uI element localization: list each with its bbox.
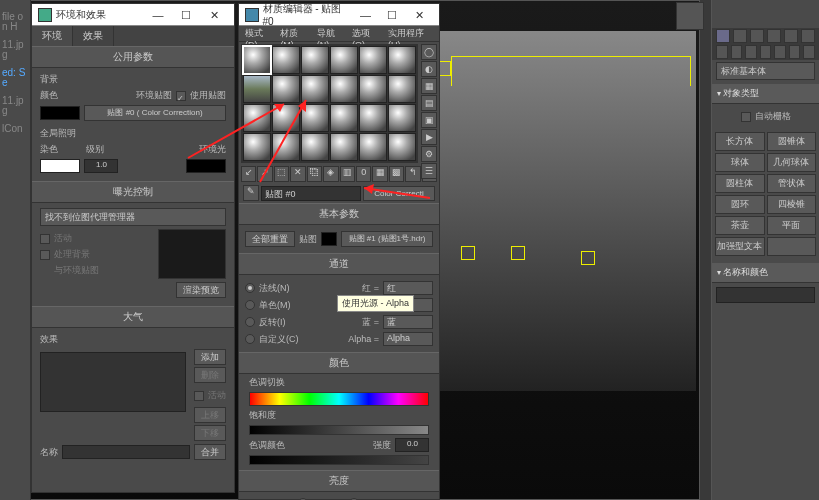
tab-environment[interactable]: 环境 — [32, 26, 73, 46]
rollout-atmosphere[interactable]: 大气 — [32, 306, 234, 328]
effect-active-checkbox[interactable] — [194, 391, 204, 401]
textplus-button[interactable]: 加强型文本 — [715, 237, 765, 256]
display-tab-icon[interactable] — [784, 29, 798, 43]
hierarchy-tab-icon[interactable] — [750, 29, 764, 43]
material-slot[interactable] — [272, 104, 300, 132]
menu-utilities[interactable]: 实用程序(U) — [385, 26, 436, 41]
get-material-icon[interactable]: ↙ — [241, 166, 256, 182]
gizmo-handle[interactable] — [581, 251, 595, 265]
systems-icon[interactable] — [803, 45, 815, 59]
effects-list[interactable] — [40, 352, 186, 412]
window-titlebar[interactable]: 材质编辑器 - 贴图 #0 — ☐ ✕ — [239, 4, 439, 26]
torus-button[interactable]: 圆环 — [715, 195, 765, 214]
viewcube[interactable] — [676, 2, 704, 30]
teapot-button[interactable]: 茶壶 — [715, 216, 765, 235]
material-slot[interactable] — [243, 75, 271, 103]
material-slot[interactable] — [272, 46, 300, 74]
material-slot[interactable] — [243, 133, 271, 161]
spacewarps-icon[interactable] — [789, 45, 801, 59]
saturation-slider[interactable] — [249, 425, 429, 435]
material-id-icon[interactable]: 0 — [356, 166, 371, 182]
tab-effects[interactable]: 效果 — [73, 26, 114, 46]
rollout-name-color[interactable]: 名称和颜色 — [712, 263, 819, 283]
custom-radio[interactable] — [245, 334, 255, 344]
video-check-icon[interactable]: ▣ — [421, 112, 437, 128]
material-slot[interactable] — [388, 133, 416, 161]
render-preview-button[interactable]: 渲染预览 — [176, 282, 226, 298]
create-tab-icon[interactable] — [716, 29, 730, 43]
geometry-icon[interactable] — [716, 45, 728, 59]
cylinder-button[interactable]: 圆柱体 — [715, 174, 765, 193]
material-slot[interactable] — [301, 46, 329, 74]
gizmo-handle[interactable] — [461, 246, 475, 260]
uv-tiling-icon[interactable]: ▤ — [421, 95, 437, 111]
show-map-icon[interactable]: ▦ — [372, 166, 387, 182]
motion-tab-icon[interactable] — [767, 29, 781, 43]
copy-icon[interactable]: ⿻ — [307, 166, 322, 182]
rollout-color[interactable]: 颜色 — [239, 352, 439, 374]
plane-button[interactable]: 平面 — [767, 216, 817, 235]
background-icon[interactable]: ▦ — [421, 78, 437, 94]
exposure-dropdown[interactable]: 找不到位图代理管理器 — [40, 208, 226, 226]
material-slot[interactable] — [359, 133, 387, 161]
envmap-button[interactable]: 贴图 #0 ( Color Correction) — [84, 105, 226, 121]
r-dropdown[interactable]: 红 — [383, 281, 433, 295]
material-slot[interactable] — [330, 46, 358, 74]
level-spinner[interactable]: 1.0 — [84, 159, 118, 173]
menu-options[interactable]: 选项(O) — [349, 26, 384, 41]
geosphere-button[interactable]: 几何球体 — [767, 153, 817, 172]
pyramid-button[interactable]: 四棱锥 — [767, 195, 817, 214]
maximize-button[interactable]: ☐ — [379, 5, 406, 25]
map-color-swatch[interactable] — [321, 232, 337, 246]
helpers-icon[interactable] — [774, 45, 786, 59]
active-checkbox[interactable] — [40, 234, 50, 244]
reset-all-button[interactable]: 全部重置 — [245, 231, 295, 247]
material-slot[interactable] — [388, 75, 416, 103]
b-dropdown[interactable]: 蓝 — [383, 315, 433, 329]
material-slot[interactable] — [330, 133, 358, 161]
movedown-button[interactable]: 下移 — [194, 425, 226, 441]
material-slot[interactable] — [359, 104, 387, 132]
material-slot[interactable] — [359, 46, 387, 74]
material-slot[interactable] — [359, 75, 387, 103]
object-name-field[interactable] — [716, 287, 815, 303]
rollout-lightness[interactable]: 亮度 — [239, 470, 439, 492]
menu-material[interactable]: 材质(M) — [277, 26, 312, 41]
material-slot-0[interactable] — [243, 46, 271, 74]
modify-tab-icon[interactable] — [733, 29, 747, 43]
window-titlebar[interactable]: 环境和效果 — ☐ ✕ — [32, 4, 234, 26]
add-button[interactable]: 添加 — [194, 349, 226, 365]
file-thumb[interactable]: 11.jpg — [2, 96, 28, 116]
merge-button[interactable]: 合并 — [194, 444, 226, 460]
delete-button[interactable]: 删除 — [194, 367, 226, 383]
preview-icon[interactable]: ▶ — [421, 129, 437, 145]
backlight-icon[interactable]: ◐ — [421, 61, 437, 77]
assign-icon[interactable]: ⬚ — [274, 166, 289, 182]
menu-modes[interactable]: 模式(D) — [242, 26, 276, 41]
mono-radio[interactable] — [245, 300, 255, 310]
tube-button[interactable]: 管状体 — [767, 174, 817, 193]
material-slot[interactable] — [272, 75, 300, 103]
reset-icon[interactable]: ✕ — [290, 166, 305, 182]
rollout-common-params[interactable]: 公用参数 — [32, 46, 234, 68]
select-icon[interactable]: ☰ — [421, 163, 437, 179]
gizmo-handle[interactable] — [511, 246, 525, 260]
pick-icon[interactable]: ✎ — [243, 185, 259, 201]
go-parent-icon[interactable]: ↰ — [405, 166, 420, 182]
hue-color-slider[interactable] — [249, 455, 429, 465]
put-library-icon[interactable]: ▥ — [340, 166, 355, 182]
moveup-button[interactable]: 上移 — [194, 407, 226, 423]
material-slot[interactable] — [388, 104, 416, 132]
a-dropdown[interactable]: Alpha — [383, 332, 433, 346]
autogrid-checkbox[interactable] — [741, 112, 751, 122]
material-slot[interactable] — [388, 46, 416, 74]
lights-icon[interactable] — [745, 45, 757, 59]
options-icon[interactable]: ⚙ — [421, 146, 437, 162]
box-button[interactable]: 长方体 — [715, 132, 765, 151]
sample-type-icon[interactable]: ◯ — [421, 44, 437, 60]
map-slot-button[interactable]: 贴图 #1 (贴图1号.hdr) — [341, 231, 433, 247]
normal-radio[interactable] — [245, 283, 255, 293]
rollout-channel[interactable]: 通道 — [239, 253, 439, 275]
material-slot[interactable] — [272, 133, 300, 161]
menu-navigation[interactable]: 导航(N) — [314, 26, 348, 41]
